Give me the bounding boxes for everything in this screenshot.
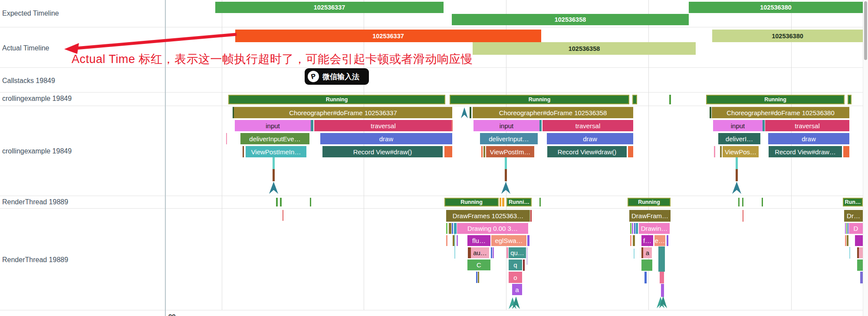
trace-tick[interactable] bbox=[446, 223, 447, 234]
trace-tick[interactable] bbox=[846, 223, 847, 234]
trace-slice-draw[interactable]: draw bbox=[768, 133, 849, 144]
trace-tick[interactable] bbox=[493, 247, 494, 258]
trace-tick[interactable] bbox=[630, 235, 631, 246]
actual-frame[interactable]: 102536358 bbox=[473, 42, 696, 55]
trace-tick[interactable] bbox=[452, 223, 453, 234]
trace-slice-drawframes[interactable]: Dr… bbox=[844, 210, 863, 222]
trace-slice-drawframes[interactable]: DrawFrames 1025363… bbox=[446, 210, 530, 222]
trace-slice-eglswap[interactable]: eglSwa… bbox=[491, 235, 526, 246]
trace-slice-drawframes[interactable]: DrawFram… bbox=[629, 210, 671, 222]
trace-slice-deliverinput[interactable]: deliverI… bbox=[718, 133, 760, 144]
trace-slice-draw[interactable]: draw bbox=[320, 133, 452, 144]
actual-frame[interactable]: 102536380 bbox=[712, 30, 863, 42]
trace-slice-draw[interactable]: draw bbox=[547, 133, 633, 144]
trace-tick[interactable] bbox=[710, 107, 711, 118]
trace-tick[interactable] bbox=[523, 259, 525, 271]
trace-slice-deliverinput[interactable]: deliverInputEve… bbox=[240, 133, 309, 144]
trace-tick[interactable] bbox=[451, 120, 453, 131]
trace-tick[interactable] bbox=[449, 223, 451, 234]
trace-slice-recordview[interactable]: Record View#draw… bbox=[769, 146, 842, 157]
thread-state-tick[interactable] bbox=[502, 198, 504, 206]
trace-slice-traversal[interactable]: traversal bbox=[314, 120, 452, 131]
trace-slice[interactable] bbox=[857, 259, 863, 271]
trace-slice[interactable] bbox=[641, 259, 652, 271]
trace-tick[interactable] bbox=[847, 235, 848, 246]
trace-slice-flush[interactable]: f… bbox=[641, 235, 653, 246]
trace-tick[interactable] bbox=[644, 272, 647, 283]
thread-state-tick[interactable] bbox=[310, 198, 311, 206]
ime-badge[interactable]: P 微信输入法 bbox=[305, 68, 369, 85]
thread-state-running[interactable]: Running bbox=[628, 198, 671, 206]
thread-state-running[interactable] bbox=[669, 95, 671, 104]
trace-tick[interactable] bbox=[636, 223, 638, 234]
trace-tick[interactable] bbox=[483, 146, 485, 157]
trace-slice-flush[interactable] bbox=[855, 235, 863, 246]
trace-slice-input[interactable]: input bbox=[473, 120, 539, 131]
trace-tick[interactable] bbox=[763, 120, 765, 131]
trace-tick[interactable] bbox=[720, 146, 722, 157]
trace-tick[interactable] bbox=[633, 235, 635, 246]
thread-state-tick[interactable] bbox=[742, 198, 743, 206]
thread-state-tick[interactable] bbox=[738, 198, 740, 206]
trace-slice-doframe[interactable]: Choreographer#doFrame 102536337 bbox=[234, 107, 452, 118]
trace-slice-eglswap[interactable]: e… bbox=[654, 235, 665, 246]
trace-slice-viewpostime[interactable]: ViewPos… bbox=[723, 146, 759, 157]
trace-tick[interactable] bbox=[446, 235, 447, 246]
trace-tick[interactable] bbox=[283, 210, 283, 221]
trace-tick[interactable] bbox=[476, 272, 477, 283]
thread-state-tick[interactable] bbox=[500, 198, 501, 206]
trace-tick[interactable] bbox=[845, 235, 846, 246]
trace-tick[interactable] bbox=[311, 120, 313, 131]
thread-state-running[interactable]: Runni… bbox=[506, 198, 532, 206]
thread-state-running[interactable]: Running bbox=[450, 95, 629, 104]
expected-frame[interactable]: 102536380 bbox=[689, 2, 863, 13]
thread-state-running[interactable]: Running bbox=[706, 95, 845, 104]
trace-slice[interactable] bbox=[660, 272, 664, 283]
trace-slice-recordview[interactable]: Record View#draw() bbox=[547, 146, 627, 157]
trace-tick[interactable] bbox=[530, 210, 532, 222]
trace-tick[interactable] bbox=[634, 223, 635, 234]
trace-tick[interactable] bbox=[714, 146, 715, 157]
trace-tick[interactable] bbox=[468, 247, 471, 258]
trace-slice-flush[interactable]: flu… bbox=[467, 235, 490, 246]
thread-state-tick[interactable] bbox=[762, 198, 763, 206]
trace-slice-drawing[interactable]: Drawing 0.00 3… bbox=[457, 223, 528, 234]
trace-slice-traversal[interactable]: traversal bbox=[765, 120, 849, 131]
trace-slice-doframe[interactable]: Choreographer#doFrame 102536358 bbox=[473, 107, 633, 118]
trace-tick[interactable] bbox=[226, 133, 227, 144]
expected-frame[interactable]: 102536337 bbox=[215, 2, 444, 13]
thread-state-running[interactable]: Run… bbox=[843, 198, 863, 206]
trace-slice[interactable]: C bbox=[467, 259, 490, 270]
thread-state-tick[interactable] bbox=[276, 198, 278, 206]
thread-state-running[interactable] bbox=[632, 95, 637, 104]
trace-slice[interactable] bbox=[658, 246, 665, 272]
trace-tick[interactable] bbox=[743, 210, 743, 222]
trace-tick[interactable] bbox=[454, 223, 457, 234]
trace-tick[interactable] bbox=[470, 107, 471, 118]
trace-slice-recordview[interactable]: Record View#draw() bbox=[322, 146, 443, 157]
trace-tick[interactable] bbox=[526, 247, 528, 265]
trace-slice-drawing[interactable]: D bbox=[849, 223, 863, 234]
trace-slice-viewpostime[interactable]: ViewPostIm… bbox=[486, 146, 534, 157]
thread-state-tick[interactable] bbox=[539, 198, 541, 206]
trace-slice[interactable] bbox=[843, 146, 849, 157]
trace-tick[interactable] bbox=[845, 223, 846, 234]
trace-slice-drawing[interactable]: Drawin… bbox=[639, 223, 670, 234]
trace-slice[interactable]: o bbox=[509, 272, 522, 283]
trace-tick[interactable] bbox=[667, 235, 668, 246]
expected-frame[interactable]: 102536358 bbox=[452, 14, 689, 25]
trace-slice[interactable]: a bbox=[512, 284, 522, 295]
trace-slice-traversal[interactable]: traversal bbox=[542, 120, 633, 131]
thread-state-tick[interactable] bbox=[280, 198, 282, 206]
trace-slice-deliverinput[interactable]: deliverInput… bbox=[480, 133, 538, 144]
trace-slice[interactable]: a bbox=[643, 247, 652, 258]
trace-slice-input[interactable]: input bbox=[713, 120, 763, 131]
trace-slice-doframe[interactable]: Choreographer#doFrame 102536380 bbox=[712, 107, 849, 118]
trace-tick[interactable] bbox=[491, 247, 492, 258]
trace-slice-viewpostime[interactable]: ViewPostImeIn… bbox=[246, 146, 306, 157]
trace-tick[interactable] bbox=[860, 272, 863, 283]
thread-state-running[interactable] bbox=[848, 95, 852, 104]
trace-tick[interactable] bbox=[243, 146, 244, 157]
trace-slice[interactable]: q bbox=[509, 259, 522, 270]
trace-slice[interactable]: au… bbox=[471, 247, 489, 258]
